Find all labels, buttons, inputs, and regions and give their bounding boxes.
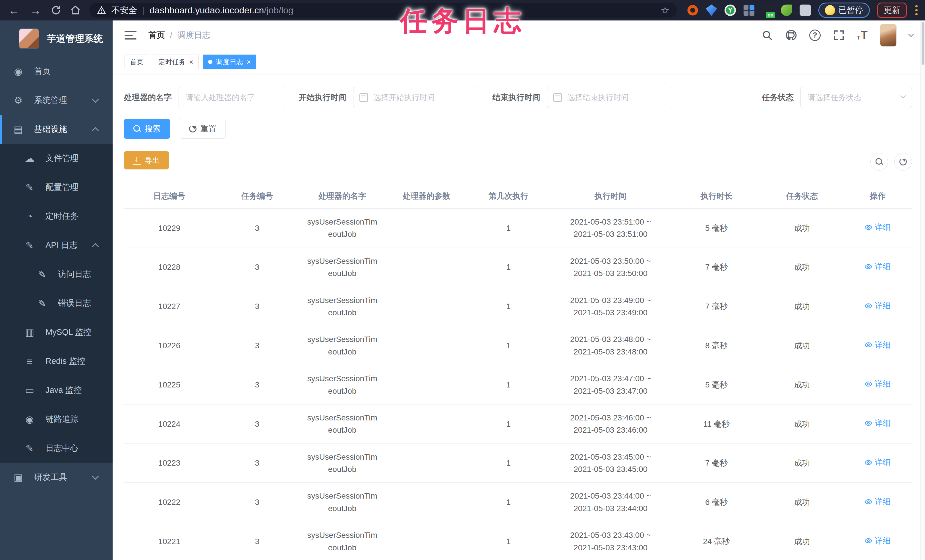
fullscreen-icon[interactable] xyxy=(833,30,845,41)
refresh-table-button[interactable] xyxy=(894,153,912,170)
sidebar-item-mysql-monitor[interactable]: ▥ MySQL 监控 xyxy=(0,318,113,347)
extension-orange-icon[interactable] xyxy=(687,5,698,16)
cell-execution-time: 2021-05-03 23:49:00 ~2021-05-03 23:49:00 xyxy=(549,287,672,326)
stack-icon: ≡ xyxy=(24,356,35,367)
end-time-input[interactable] xyxy=(547,87,672,108)
sidebar-item-access-logs[interactable]: ✎ 访问日志 xyxy=(0,260,113,289)
page-scrollbar[interactable] xyxy=(920,21,925,560)
cell-execution-time: 2021-05-03 23:44:00 ~2021-05-03 23:44:00 xyxy=(549,483,672,522)
handler-line2: eoutJob xyxy=(301,385,383,397)
eye-icon xyxy=(865,341,872,349)
app-logo-row[interactable]: 芋道管理系统 xyxy=(0,21,113,57)
sidebar-item-label: 链路追踪 xyxy=(45,414,113,425)
tag-job-log-active[interactable]: 调度日志 × xyxy=(203,54,256,69)
tag-home[interactable]: 首页 xyxy=(125,54,149,69)
insecure-warning-icon[interactable] xyxy=(97,6,106,15)
close-icon[interactable]: × xyxy=(247,58,251,66)
cell-handler-param xyxy=(385,365,469,405)
user-avatar[interactable] xyxy=(880,24,896,47)
handler-line1: sysUserSessionTim xyxy=(301,412,383,424)
detail-link[interactable]: 详细 xyxy=(865,339,890,351)
browser-home-icon[interactable] xyxy=(70,5,81,16)
detail-link[interactable]: 详细 xyxy=(865,300,890,312)
browser-update-button[interactable]: 更新 xyxy=(877,3,907,18)
detail-link[interactable]: 详细 xyxy=(865,535,890,547)
sidebar-item-redis-monitor[interactable]: ≡ Redis 监控 xyxy=(0,347,113,376)
github-icon[interactable] xyxy=(785,30,797,41)
tag-label: 定时任务 xyxy=(158,57,186,66)
paused-extension-pill[interactable]: 已暂停 xyxy=(818,3,870,18)
refresh-icon xyxy=(899,158,907,166)
browser-menu-icon[interactable] xyxy=(915,5,917,15)
task-status-select[interactable]: 请选择任务状态 xyxy=(800,87,912,108)
extension-grid-icon[interactable] xyxy=(743,5,755,16)
extension-gem-icon[interactable] xyxy=(706,5,717,16)
address-bar[interactable]: 不安全 | dashboard.yudao.iocoder.cn/job/log… xyxy=(89,3,677,18)
cell-task-status: 成功 xyxy=(761,404,844,443)
sidebar-item-infrastructure[interactable]: ▤ 基础设施 xyxy=(0,115,113,144)
browser-reload-icon[interactable] xyxy=(51,5,62,16)
toggle-search-button[interactable] xyxy=(871,153,888,170)
reset-button[interactable]: 重置 xyxy=(180,119,226,139)
eye-icon: ◉ xyxy=(24,414,35,425)
sidebar-item-home[interactable]: ◉ 首页 xyxy=(0,57,113,86)
cell-actions: 详细 xyxy=(844,326,912,365)
detail-link[interactable]: 详细 xyxy=(865,221,890,233)
sidebar-item-api-logs[interactable]: ✎ API 日志 xyxy=(0,231,113,260)
sidebar-item-trace[interactable]: ◉ 链路追踪 xyxy=(0,405,113,434)
cell-duration: 7 毫秒 xyxy=(672,287,761,326)
sidebar-item-label: 首页 xyxy=(34,66,113,77)
sidebar-item-log-center[interactable]: ✎ 日志中心 xyxy=(0,434,113,463)
search-icon[interactable] xyxy=(761,30,773,41)
scrollbar-thumb[interactable] xyxy=(922,22,924,65)
handler-line1: sysUserSessionTim xyxy=(301,451,383,463)
detail-link[interactable]: 详细 xyxy=(865,378,890,390)
detail-link[interactable]: 详细 xyxy=(865,495,890,508)
search-button[interactable]: 搜索 xyxy=(124,119,170,139)
sidebar-item-java-monitor[interactable]: ▭ Java 监控 xyxy=(0,376,113,405)
navbar: 首页 / 调度日志 ? тT xyxy=(113,21,925,50)
export-button[interactable]: 导出 xyxy=(124,151,169,169)
breadcrumb-home[interactable]: 首页 xyxy=(148,30,165,41)
handler-name-input[interactable] xyxy=(179,87,284,108)
bookmark-star-icon[interactable]: ☆ xyxy=(661,5,669,16)
time-end: 2021-05-03 23:47:00 xyxy=(550,385,671,397)
extension-green-icon[interactable]: Y xyxy=(725,5,736,16)
extensions-puzzle-icon[interactable] xyxy=(800,5,811,16)
tag-scheduled-tasks[interactable]: 定时任务 × xyxy=(153,54,199,69)
sidebar-item-system-management[interactable]: ⚙ 系统管理 xyxy=(0,86,113,115)
cell-duration: 7 毫秒 xyxy=(672,443,761,483)
sidebar-item-config-management[interactable]: ✎ 配置管理 xyxy=(0,173,113,202)
extension-leaf-icon[interactable] xyxy=(781,5,792,16)
table-row: 102223sysUserSessionTimeoutJob12021-05-0… xyxy=(124,483,912,522)
sidebar-item-dev-tools[interactable]: ▣ 研发工具 xyxy=(0,463,113,492)
cell-duration: 5 毫秒 xyxy=(672,365,761,405)
url-text[interactable]: dashboard.yudao.iocoder.cn/job/log xyxy=(149,5,293,16)
avatar-caret-icon[interactable] xyxy=(908,32,914,37)
close-icon[interactable]: × xyxy=(189,58,193,66)
sidebar-item-label: Java 监控 xyxy=(45,385,113,396)
table-row: 102283sysUserSessionTimeoutJob12021-05-0… xyxy=(124,248,912,287)
help-icon[interactable]: ? xyxy=(809,30,821,41)
font-size-icon[interactable]: тT xyxy=(857,29,868,41)
browser-forward-icon[interactable]: → xyxy=(29,4,42,17)
extension-switch-icon[interactable]: on xyxy=(762,5,773,16)
detail-link[interactable]: 详细 xyxy=(865,260,890,272)
sidebar-item-file-management[interactable]: ☁ 文件管理 xyxy=(0,144,113,173)
cell-log-id: 10229 xyxy=(124,209,215,248)
sidebar-item-label: MySQL 监控 xyxy=(45,327,113,338)
hamburger-icon[interactable] xyxy=(125,31,137,39)
cell-task-status: 成功 xyxy=(761,443,844,483)
sidebar-item-error-logs[interactable]: ✎ 错误日志 xyxy=(0,289,113,318)
sidebar-item-label: 文件管理 xyxy=(45,153,113,164)
detail-link[interactable]: 详细 xyxy=(865,456,890,468)
detail-link[interactable]: 详细 xyxy=(865,417,890,429)
sidebar-item-scheduled-tasks[interactable]: ◔ 定时任务 xyxy=(0,202,113,231)
filter-end-time: 结束执行时间 xyxy=(493,87,672,108)
database-icon: ▥ xyxy=(24,327,35,338)
detail-link-label: 详细 xyxy=(875,300,890,312)
time-end: 2021-05-03 23:48:00 xyxy=(550,346,671,358)
browser-back-icon[interactable]: ← xyxy=(8,4,21,17)
start-time-input[interactable] xyxy=(353,87,478,108)
table-row: 102243sysUserSessionTimeoutJob12021-05-0… xyxy=(124,404,912,443)
